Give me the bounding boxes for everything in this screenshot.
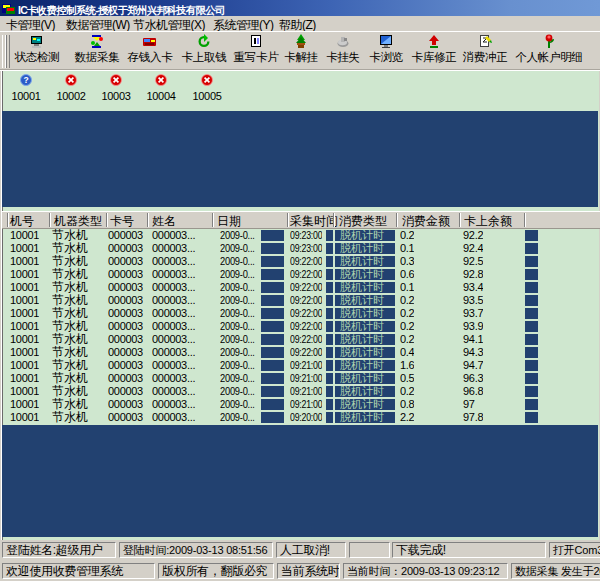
svg-text:?: ? xyxy=(23,75,28,85)
